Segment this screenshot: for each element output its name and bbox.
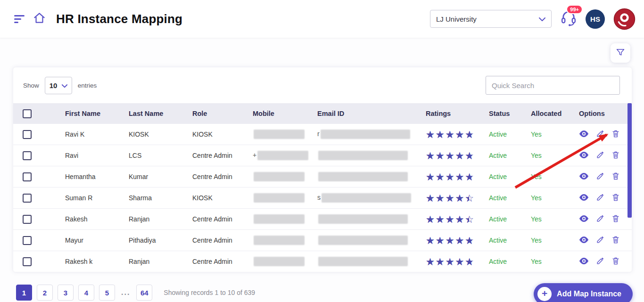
page-size-select[interactable]: 10 <box>45 77 72 94</box>
delete-button[interactable] <box>612 193 619 203</box>
column-header-status: Status <box>489 110 531 117</box>
view-button[interactable] <box>579 151 589 160</box>
cell-last-name: KIOSK <box>129 131 192 138</box>
cell-mobile <box>253 236 317 245</box>
rating-stars: ☆☆☆☆☆ ★★★★★ <box>426 130 475 139</box>
view-button[interactable] <box>579 130 589 139</box>
user-avatar[interactable]: HS <box>586 9 605 29</box>
delete-button[interactable] <box>612 257 619 267</box>
menu-icon[interactable] <box>14 15 25 23</box>
search-input[interactable] <box>486 76 620 95</box>
hr-mapping-card: Show 10 entries First NameLast NameRoleM… <box>13 67 632 272</box>
cell-ratings: ☆☆☆☆☆ ★★★★★ <box>426 257 489 267</box>
page-button-2[interactable]: 2 <box>37 285 53 301</box>
edit-button[interactable] <box>596 151 604 160</box>
rating-stars: ☆☆☆☆☆ ★★★★★ <box>426 151 475 161</box>
column-header-mobile: Mobile <box>253 110 317 117</box>
cell-email <box>317 214 426 224</box>
delete-button[interactable] <box>612 151 619 161</box>
column-header-role: Role <box>192 110 253 117</box>
view-button[interactable] <box>579 215 589 224</box>
pencil-icon <box>596 172 604 181</box>
eye-icon <box>579 172 589 181</box>
column-header-options: Options <box>579 110 632 117</box>
eye-icon <box>579 194 589 203</box>
add-map-instance-label: Add Map Instance <box>557 290 621 298</box>
add-map-instance-button[interactable]: Add Map Instance <box>534 283 633 302</box>
cell-first-name: Ravi <box>65 152 129 159</box>
headset-icon <box>560 20 577 28</box>
row-checkbox[interactable] <box>23 194 32 203</box>
cell-first-name: Ravi K <box>65 131 129 138</box>
status-badge: Active <box>489 194 531 202</box>
cell-role: KIOSK <box>192 131 253 138</box>
table-scrollbar[interactable] <box>627 103 632 218</box>
filter-button[interactable] <box>611 43 630 63</box>
row-checkbox[interactable] <box>23 151 32 160</box>
table-toolbar: Show 10 entries <box>23 76 620 95</box>
pencil-icon <box>596 214 604 224</box>
edit-button[interactable] <box>596 257 604 266</box>
page-button-64[interactable]: 64 <box>136 285 152 301</box>
view-button[interactable] <box>579 236 589 245</box>
view-button[interactable] <box>579 257 589 266</box>
pencil-icon <box>596 236 604 245</box>
page-button-4[interactable]: 4 <box>78 285 94 301</box>
redacted-email <box>321 130 410 139</box>
select-all-checkbox[interactable] <box>23 109 32 118</box>
notifications-button[interactable]: 99+ <box>560 9 577 29</box>
redacted-mobile <box>254 257 305 266</box>
edit-button[interactable] <box>596 193 604 203</box>
cell-ratings: ☆☆☆☆☆ ★★★★★ <box>426 193 489 203</box>
home-button[interactable] <box>33 12 46 26</box>
brand-logo[interactable] <box>613 8 636 30</box>
view-button[interactable] <box>579 194 589 203</box>
eye-icon <box>579 130 589 139</box>
redacted-email <box>318 257 408 266</box>
edit-button[interactable] <box>596 130 604 139</box>
redacted-email <box>322 193 411 203</box>
trash-icon <box>612 172 619 182</box>
trash-icon <box>612 236 619 245</box>
allocated-value: Yes <box>531 258 579 265</box>
rating-stars: ☆☆☆☆☆ ★★★★★ <box>426 172 475 182</box>
trash-icon <box>612 257 619 267</box>
table-row: Hemantha Kumar Centre Admin ☆☆☆☆☆ ★★★★★ … <box>13 166 632 188</box>
plus-icon <box>537 287 552 301</box>
page-button-3[interactable]: 3 <box>58 285 74 301</box>
trash-icon <box>612 151 619 161</box>
table-row: Rakesh k Ranjan Centre Admin ☆☆☆☆☆ ★★★★★… <box>13 251 632 272</box>
column-header-allocated: Allocated <box>531 110 579 117</box>
redacted-mobile <box>254 172 305 181</box>
cell-mobile <box>253 193 317 203</box>
show-label: Show <box>23 82 39 89</box>
edit-button[interactable] <box>596 214 604 224</box>
view-button[interactable] <box>579 172 589 181</box>
row-checkbox[interactable] <box>23 236 32 245</box>
delete-button[interactable] <box>612 130 619 139</box>
home-icon <box>33 12 46 26</box>
cell-mobile <box>253 172 317 181</box>
cell-mobile <box>253 214 317 224</box>
chevron-down-icon <box>539 15 545 23</box>
page-button-5[interactable]: 5 <box>99 285 115 301</box>
edit-button[interactable] <box>596 236 604 245</box>
row-checkbox[interactable] <box>23 215 32 224</box>
org-select[interactable]: LJ University <box>430 10 552 28</box>
delete-button[interactable] <box>612 214 619 224</box>
row-checkbox[interactable] <box>23 257 32 266</box>
edit-button[interactable] <box>596 172 604 181</box>
row-checkbox[interactable] <box>23 172 32 181</box>
redacted-mobile <box>254 236 305 245</box>
page-size-value: 10 <box>50 82 58 90</box>
status-badge: Active <box>489 152 531 159</box>
page-button-1[interactable]: 1 <box>16 285 32 301</box>
hr-table: First NameLast NameRoleMobileEmail IDRat… <box>13 103 632 272</box>
delete-button[interactable] <box>612 172 619 182</box>
status-badge: Active <box>489 173 531 180</box>
allocated-value: Yes <box>531 194 579 202</box>
trash-icon <box>612 130 619 139</box>
redacted-mobile <box>254 214 305 224</box>
delete-button[interactable] <box>612 236 619 245</box>
row-checkbox[interactable] <box>23 130 32 139</box>
